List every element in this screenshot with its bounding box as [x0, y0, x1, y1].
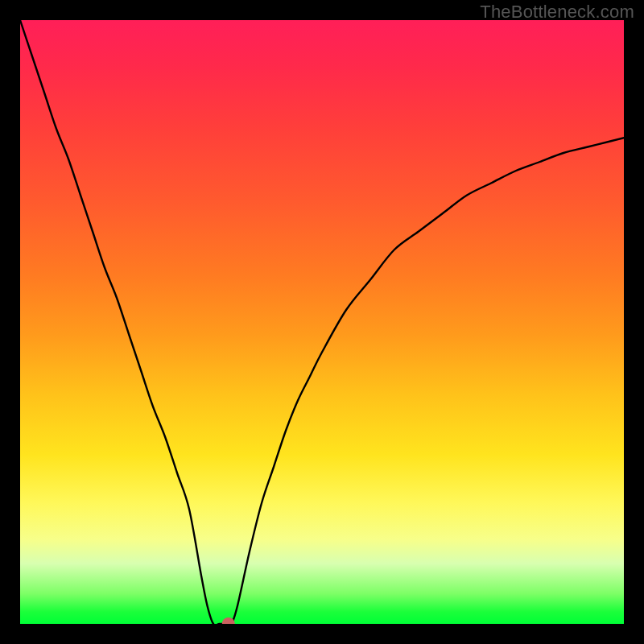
chart-container: TheBottleneck.com [0, 0, 644, 644]
curve-overlay [20, 20, 624, 624]
plot-area [20, 20, 624, 624]
watermark-text: TheBottleneck.com [480, 2, 634, 23]
bottleneck-curve [20, 20, 624, 624]
